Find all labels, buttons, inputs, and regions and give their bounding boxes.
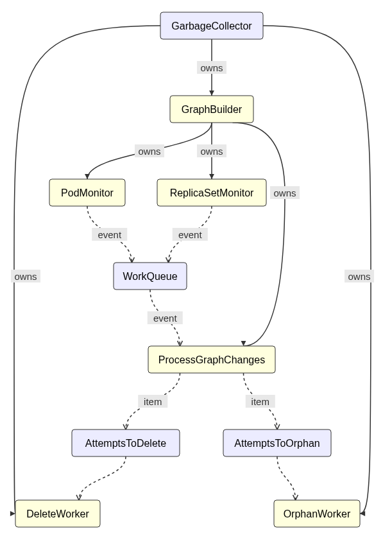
svg-marker-2 <box>209 174 214 179</box>
edge-label: owns <box>273 187 296 198</box>
node-label: PodMonitor <box>61 187 114 198</box>
svg-marker-0 <box>209 91 214 96</box>
edge-label: owns <box>138 146 160 157</box>
edge-label: owns <box>200 146 223 157</box>
edge-label: item <box>251 396 269 407</box>
node-label: DeleteWorker <box>26 508 89 519</box>
edge-label: event <box>98 229 122 240</box>
edge-label: owns <box>14 271 37 282</box>
node-label: WorkQueue <box>123 271 177 282</box>
node-wq: WorkQueue <box>114 263 187 290</box>
svg-marker-3 <box>241 341 246 346</box>
flowchart: ownsownsownseventeventeventownsitemitemo… <box>0 0 392 538</box>
edge-ato-ow <box>277 456 296 500</box>
edge-label: owns <box>200 62 223 73</box>
node-label: OrphanWorker <box>284 508 351 519</box>
node-label: GraphBuilder <box>182 104 243 115</box>
edge-gb-pgc <box>233 123 285 346</box>
edge-label: item <box>144 396 162 407</box>
edge-label: event <box>153 313 178 324</box>
node-gc: GarbageCollector <box>160 12 263 39</box>
svg-marker-4 <box>10 511 15 516</box>
svg-marker-5 <box>360 511 365 516</box>
node-rsm: ReplicaSetMonitor <box>157 179 266 206</box>
node-pm: PodMonitor <box>49 179 125 206</box>
node-ow: OrphanWorker <box>274 500 360 527</box>
edge-atd-dw <box>79 456 126 500</box>
node-ato: AttemptsToOrphan <box>223 430 331 456</box>
edge-label: event <box>178 229 203 240</box>
node-atd: AttemptsToDelete <box>72 430 180 456</box>
svg-marker-1 <box>85 174 90 179</box>
edge-label: owns <box>348 271 370 282</box>
node-pgc: ProcessGraphChanges <box>148 346 275 373</box>
node-gb: GraphBuilder <box>170 96 253 123</box>
node-label: AttemptsToDelete <box>85 438 166 449</box>
node-dw: DeleteWorker <box>15 500 100 527</box>
node-label: ReplicaSetMonitor <box>170 187 254 198</box>
node-label: ProcessGraphChanges <box>158 354 265 365</box>
node-label: AttemptsToOrphan <box>234 438 320 449</box>
node-label: GarbageCollector <box>171 21 252 31</box>
